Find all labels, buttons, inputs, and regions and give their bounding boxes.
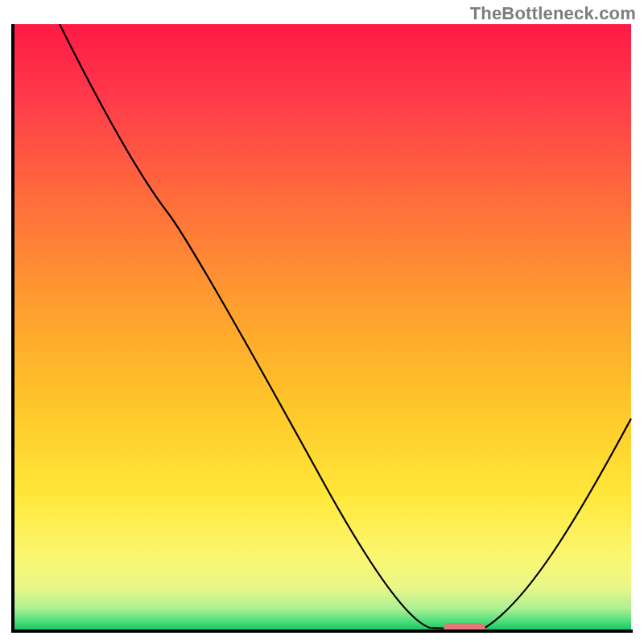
bottleneck-chart bbox=[11, 24, 633, 633]
gradient-background bbox=[13, 24, 631, 630]
chart-root: TheBottleneck.com bbox=[0, 0, 644, 644]
attribution-label: TheBottleneck.com bbox=[470, 3, 636, 24]
